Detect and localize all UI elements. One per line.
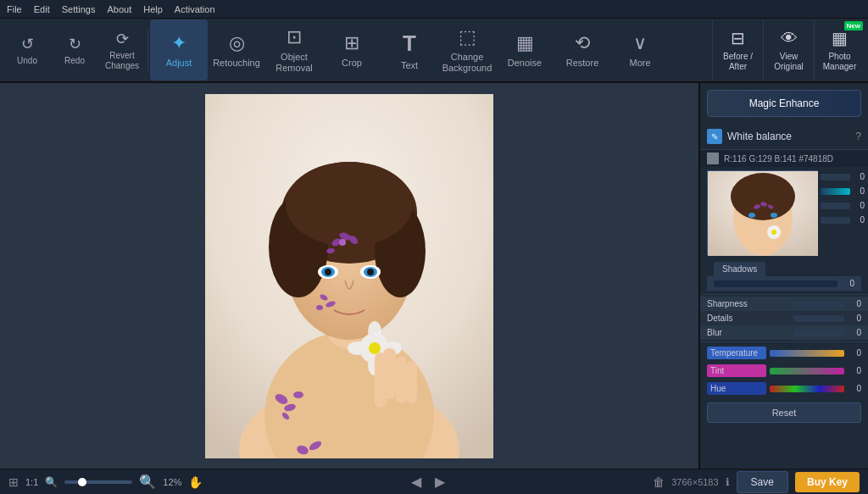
undo-button[interactable]: ↺ Undo [3,19,51,80]
slider-track-3[interactable] [821,203,850,209]
delete-icon[interactable]: 🗑 [653,475,665,489]
zoom-out-icon[interactable]: 🔍 [45,476,58,488]
hand-tool-icon[interactable]: ✋ [188,475,203,489]
before-after-button[interactable]: ⊟ Before /After [712,19,763,80]
photo-manager-icon: ▦ [832,28,848,48]
color-swatch [707,153,719,164]
menu-settings[interactable]: Settings [62,4,96,14]
zoom-thumb [78,478,86,486]
white-balance-section: ✎ White balance ? [700,124,868,150]
blur-slider[interactable] [793,330,844,336]
menu-about[interactable]: About [107,4,131,14]
color-info-bar: R:116 G:129 B:141 #74818D [700,150,868,167]
crop-tool[interactable]: ⊞ Crop [323,19,381,80]
object-removal-label: ObjectRemoval [275,52,312,74]
tint-label: Tint [707,364,766,377]
panel-slider-1: 0 [821,172,865,181]
svg-point-34 [369,342,381,354]
change-background-tool[interactable]: ⬚ ChangeBackground [438,19,496,80]
view-original-button[interactable]: 👁 ViewOriginal [763,19,814,80]
color-info-text: R:116 G:129 B:141 #74818D [724,154,833,164]
shadows-slider-track[interactable] [714,280,837,287]
thumb-area: 0 0 0 0 [700,167,868,258]
denoise-tool[interactable]: ▦ Denoise [496,19,554,80]
svg-point-42 [748,213,755,218]
change-bg-icon: ⬚ [459,26,476,48]
zoom-in-icon[interactable]: 🔍 [139,474,156,490]
photo-svg [205,94,493,458]
svg-rect-36 [396,357,407,403]
undo-icon: ↺ [21,35,34,53]
thumb-svg [708,171,818,256]
retouching-tool[interactable]: ◎ Retouching [208,19,265,80]
zoom-1to1[interactable]: 1:1 [25,477,38,487]
magic-enhance-button[interactable]: Magic Enhance [707,90,861,117]
slider-val-2: 0 [853,186,865,196]
before-after-label: Before /After [723,52,753,72]
status-right: 🗑 3766×5183 ℹ Save Buy Key [653,471,860,493]
reset-button[interactable]: Reset [707,402,861,423]
hue-slider[interactable] [770,386,844,392]
details-row: Details 0 [700,311,868,325]
change-bg-label: ChangeBackground [442,52,492,74]
menu-edit[interactable]: Edit [34,4,50,14]
text-icon: T [403,31,416,57]
restore-tool[interactable]: ⟲ Restore [554,19,611,80]
svg-point-19 [339,239,346,246]
menu-activation[interactable]: Activation [175,4,215,14]
object-removal-tool[interactable]: ⊡ ObjectRemoval [265,19,323,80]
adjust-label: Adjust [166,58,192,68]
panel-slider-4: 0 [821,215,865,225]
text-tool[interactable]: T Text [381,19,438,80]
retouching-icon: ◎ [229,32,245,54]
info-icon[interactable]: ℹ [726,476,730,488]
slider-track-2[interactable] [821,188,850,195]
restore-label: Restore [566,58,599,68]
tint-value: 0 [848,366,861,375]
white-balance-help[interactable]: ? [855,130,861,142]
zoom-slider[interactable] [64,480,132,484]
menu-help[interactable]: Help [143,4,163,14]
blur-row: Blur 0 [700,325,868,340]
white-balance-label: White balance [727,130,850,142]
next-image-button[interactable]: ▶ [435,474,445,490]
svg-point-22 [316,305,323,310]
redo-label: Redo [64,56,85,65]
statusbar: ⊞ 1:1 🔍 🔍 12% ✋ ◀ ▶ 🗑 3766×5183 ℹ Save B… [0,469,868,494]
divider-2 [700,341,868,342]
temperature-label: Temperature [707,347,766,359]
restore-icon: ⟲ [575,32,590,54]
toolbar: ↺ Undo ↻ Redo ⟳ RevertChanges ✦ Adjust ◎… [0,19,868,83]
redo-button[interactable]: ↻ Redo [51,19,98,80]
nav-controls: ◀ ▶ [209,474,646,490]
blur-label: Blur [707,328,790,337]
prev-image-button[interactable]: ◀ [411,474,421,490]
svg-point-48 [771,230,776,235]
menubar: File Edit Settings About Help Activation [0,0,868,19]
divider-1 [700,294,868,295]
tint-slider[interactable] [770,368,844,375]
photo-manager-button[interactable]: New ▦ PhotoManager [814,19,865,80]
temperature-value: 0 [848,348,861,358]
buy-key-button[interactable]: Buy Key [795,472,860,492]
more-tool[interactable]: ∨ More [611,19,669,80]
shadows-tab[interactable]: Shadows [714,262,765,276]
details-slider[interactable] [793,315,844,322]
slider-track-4[interactable] [821,217,850,224]
photo-manager-label: PhotoManager [823,52,856,72]
shadows-section: Shadows 0 [700,258,868,292]
new-badge: New [844,21,863,31]
revert-button[interactable]: ⟳ RevertChanges [98,19,146,80]
blur-value: 0 [848,328,861,337]
svg-point-11 [325,269,331,275]
fit-screen-icon[interactable]: ⊞ [8,475,19,489]
adjust-tool[interactable]: ✦ Adjust [150,19,208,80]
slider-track-1[interactable] [821,174,850,180]
sharpness-slider[interactable] [793,301,844,308]
revert-label: RevertChanges [105,51,139,71]
view-original-label: ViewOriginal [774,52,803,72]
menu-file[interactable]: File [7,4,22,14]
temperature-slider[interactable] [770,350,844,357]
save-button[interactable]: Save [737,471,788,493]
canvas-area[interactable] [0,83,698,469]
